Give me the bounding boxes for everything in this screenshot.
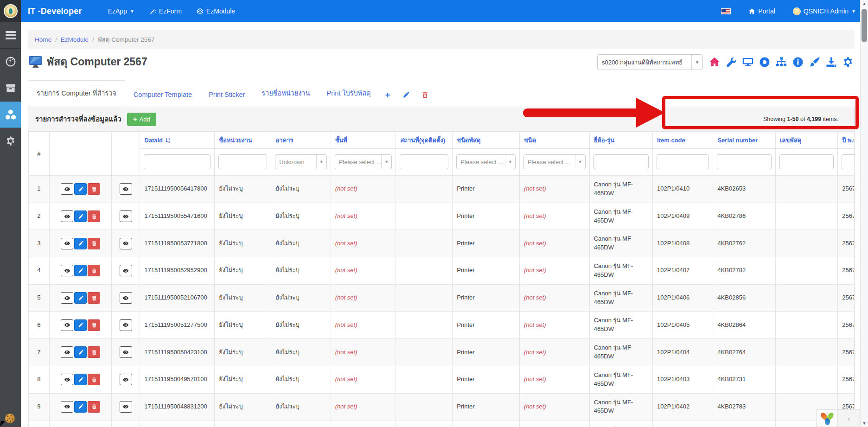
column-building[interactable]: อาคาร — [271, 132, 331, 149]
preview-button[interactable] — [120, 319, 132, 331]
view-button[interactable] — [61, 292, 73, 304]
column-floor[interactable]: ชั้นที่ — [331, 132, 396, 149]
view-button[interactable] — [61, 346, 73, 358]
tab-survey-list[interactable]: รายการ Computer ที่สำรวจ — [28, 80, 125, 106]
update-button[interactable] — [74, 265, 87, 276]
delete-button[interactable] — [88, 210, 100, 222]
tab-print-sticker[interactable]: Print Sticker — [200, 84, 253, 106]
tab-add-button[interactable]: + — [379, 85, 396, 106]
filter-year-input[interactable] — [842, 154, 854, 169]
delete-button[interactable] — [88, 238, 100, 249]
breadcrumb-home[interactable]: Home — [35, 36, 51, 43]
sidebar-item-menu[interactable] — [0, 22, 21, 49]
filter-brand-input[interactable] — [594, 154, 649, 169]
filter-location-input[interactable] — [400, 154, 448, 169]
preview-button[interactable] — [120, 183, 132, 195]
filter-unit-input[interactable] — [218, 154, 267, 169]
tab-edit-button[interactable] — [396, 84, 415, 106]
update-button[interactable] — [74, 292, 87, 304]
scroll-up-arrow-icon[interactable]: ▲ — [861, 0, 868, 7]
column-brand[interactable]: ยี่ห้อ-รุ่น — [589, 132, 652, 149]
preview-button[interactable] — [120, 292, 132, 304]
sidebar-item-modules[interactable] — [0, 102, 21, 128]
column-asset_no[interactable]: เลขพัสดุ — [775, 132, 837, 149]
cookie-icon[interactable] — [5, 414, 15, 423]
column-serial[interactable]: Serial number — [713, 132, 775, 149]
filter-floor-select[interactable]: Please select ...▼ — [335, 154, 392, 169]
sidebar-item-settings[interactable] — [0, 128, 21, 154]
scrollbar-thumb[interactable] — [862, 9, 867, 42]
wrench-icon[interactable] — [726, 57, 737, 68]
add-button[interactable]: +Add — [127, 113, 156, 126]
update-button[interactable] — [74, 346, 87, 358]
yii-logo-button[interactable] — [816, 409, 838, 427]
nav-ezapp[interactable]: EzApp▼ — [101, 0, 142, 22]
delete-button[interactable] — [88, 374, 100, 385]
filter-material_type-select[interactable]: Please select ...▼ — [456, 154, 516, 169]
debug-collapse-button[interactable]: ‹ — [838, 409, 860, 427]
delete-button[interactable] — [88, 265, 100, 276]
breadcrumb-ezmodule[interactable]: EzModule — [61, 36, 89, 43]
update-button[interactable] — [74, 319, 87, 331]
nav-ezmodule[interactable]: EzModule — [189, 0, 243, 22]
svg-text:1: 1 — [168, 138, 170, 140]
home-icon[interactable] — [709, 57, 720, 68]
sidebar-item-archive[interactable] — [0, 75, 21, 102]
update-button[interactable] — [74, 210, 87, 222]
preview-button[interactable] — [120, 210, 132, 222]
filter-asset_no-input[interactable] — [779, 154, 834, 169]
nav-ezform[interactable]: EzForm — [142, 0, 189, 22]
tab-delete-button[interactable] — [415, 84, 434, 106]
filter-building-select[interactable]: Unknown▼ — [275, 154, 326, 169]
filter-serial-input[interactable] — [717, 154, 771, 169]
monitor-icon[interactable] — [742, 57, 753, 68]
view-button[interactable] — [61, 183, 73, 195]
filter-kind-select[interactable]: Please select ...▼ — [523, 154, 586, 169]
update-button[interactable] — [74, 374, 87, 385]
tab-computer-template[interactable]: Computer Template — [125, 84, 200, 106]
nav-portal[interactable]: Portal — [745, 0, 779, 22]
view-button[interactable] — [61, 401, 73, 413]
delete-button[interactable] — [88, 292, 100, 304]
tab-unit-names[interactable]: รายชื่อหน่วยงาน — [253, 81, 318, 106]
column-kind[interactable]: ชนิด — [519, 132, 589, 149]
tab-print-receipt[interactable]: Print ใบรับพัสดุ — [319, 81, 379, 106]
delete-button[interactable] — [88, 183, 100, 195]
nav-user-menu[interactable]: QSNICH Admin ▼ — [791, 0, 858, 22]
sidebar-item-dashboard[interactable] — [0, 49, 21, 75]
view-button[interactable] — [61, 210, 73, 222]
column-dataid[interactable]: DataId 19 — [140, 132, 215, 149]
preview-button[interactable] — [120, 346, 132, 358]
gear-icon[interactable] — [842, 57, 854, 68]
org-select[interactable]: s0200 กลุ่มงานดิจิทัลการแพทย์ ▼ — [597, 54, 703, 70]
us-flag-icon[interactable] — [721, 8, 731, 14]
paint-brush-icon[interactable] — [809, 57, 820, 68]
column-item_code[interactable]: item code — [653, 132, 713, 149]
sitemap-icon[interactable] — [776, 57, 787, 68]
filter-item_code-input[interactable] — [657, 154, 709, 169]
view-button[interactable] — [61, 374, 73, 385]
view-button[interactable] — [61, 319, 73, 331]
preview-button[interactable] — [120, 238, 132, 249]
delete-button[interactable] — [88, 346, 100, 358]
delete-button[interactable] — [88, 401, 100, 413]
scroll-down-arrow-icon[interactable]: ▼ — [861, 420, 868, 427]
column-location[interactable]: สถานที่(จุดติดตั้ง) — [396, 132, 453, 149]
column-material_type[interactable]: ชนิดพัสดุ — [453, 132, 520, 149]
life-ring-icon[interactable] — [759, 57, 770, 68]
info-icon[interactable] — [792, 57, 804, 68]
download-icon[interactable] — [826, 57, 837, 68]
delete-button[interactable] — [88, 319, 100, 331]
filter-dataid-input[interactable] — [144, 154, 211, 169]
view-button[interactable] — [61, 265, 73, 276]
update-button[interactable] — [74, 401, 87, 413]
column-unit[interactable]: ชื่อหน่วยงาน — [215, 132, 271, 149]
preview-button[interactable] — [120, 401, 132, 413]
update-button[interactable] — [74, 183, 87, 195]
view-button[interactable] — [61, 238, 73, 249]
update-button[interactable] — [74, 238, 87, 249]
column-year[interactable]: ปี พ.ศ. — [838, 132, 854, 149]
brand[interactable]: IT -Developer — [21, 6, 89, 16]
preview-button[interactable] — [120, 265, 132, 276]
preview-button[interactable] — [120, 374, 132, 385]
